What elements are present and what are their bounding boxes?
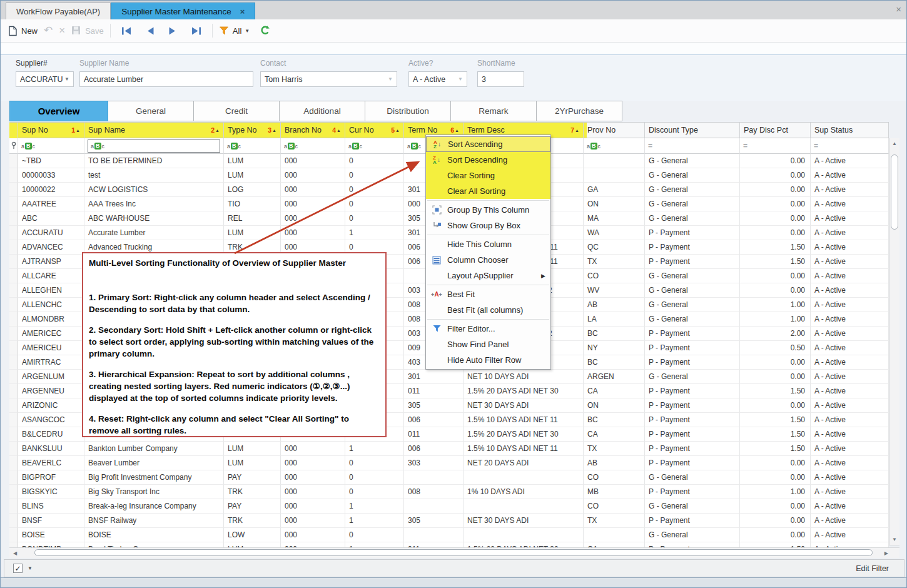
grid-cell[interactable]: 1.5% 10 DAYS ADI NET 11 bbox=[464, 413, 584, 427]
grid-cell[interactable]: CO bbox=[584, 269, 645, 283]
grid-cell[interactable]: 0.00 bbox=[740, 528, 811, 542]
grid-cell[interactable]: AMIRTRAC bbox=[18, 355, 84, 370]
grid-cell[interactable]: AAA Trees Inc bbox=[84, 197, 224, 211]
grid-cell[interactable]: BC bbox=[584, 413, 645, 427]
grid-cell[interactable]: 0 bbox=[345, 470, 404, 485]
grid-cell[interactable]: G - General bbox=[645, 499, 740, 514]
menu-item-hide-auto-filter-row[interactable]: Hide Auto Filter Row bbox=[426, 352, 550, 368]
grid-cell[interactable]: G - General bbox=[645, 370, 740, 384]
grid-cell[interactable]: 000 bbox=[281, 211, 345, 226]
grid-cell[interactable]: BNSF bbox=[18, 514, 84, 528]
menu-item-clear-all-sorting[interactable]: Clear All Sorting bbox=[426, 183, 550, 199]
horizontal-scroll-thumb[interactable] bbox=[34, 549, 873, 556]
grid-cell[interactable]: B&LCEDRU bbox=[18, 427, 84, 442]
grid-cell[interactable]: CA bbox=[584, 384, 645, 398]
grid-cell[interactable]: LUM bbox=[224, 542, 281, 547]
grid-cell[interactable]: 0 bbox=[345, 197, 404, 211]
grid-cell[interactable]: BOISE bbox=[18, 528, 84, 542]
grid-cell[interactable]: P - Payment bbox=[645, 413, 740, 427]
grid-cell[interactable]: BIGSKYIC bbox=[18, 485, 84, 499]
grid-cell[interactable]: 1 bbox=[345, 542, 404, 547]
grid-cell[interactable]: 1.50 bbox=[740, 255, 811, 269]
grid-cell[interactable]: P - Payment bbox=[645, 327, 740, 341]
scroll-right-icon[interactable]: ▶ bbox=[884, 550, 888, 556]
grid-cell[interactable]: 1.50 bbox=[740, 384, 811, 398]
grid-cell[interactable]: CO bbox=[584, 470, 645, 485]
next-record-button[interactable] bbox=[165, 27, 181, 35]
grid-cell[interactable]: 008 bbox=[404, 485, 464, 499]
grid-cell[interactable]: 0.00 bbox=[740, 183, 811, 197]
grid-cell[interactable]: G - General bbox=[645, 298, 740, 312]
grid-cell[interactable]: ACCURATU bbox=[18, 226, 84, 240]
grid-cell[interactable]: A - Active bbox=[811, 413, 889, 427]
edit-filter-button[interactable]: Edit Filter bbox=[856, 564, 895, 573]
grid-cell[interactable]: WA bbox=[584, 226, 645, 240]
grid-cell[interactable]: A - Active bbox=[811, 470, 889, 485]
filter-enabled-checkbox[interactable]: ✓ bbox=[13, 564, 23, 573]
grid-cell[interactable]: 2.00 bbox=[740, 327, 811, 341]
column-header-type-no[interactable]: Type No3▲ bbox=[224, 123, 281, 138]
grid-cell[interactable]: A - Active bbox=[811, 341, 889, 355]
grid-cell[interactable]: 0.00 bbox=[740, 456, 811, 470]
menu-item-filter-editor[interactable]: Filter Editor... bbox=[426, 321, 550, 337]
grid-cell[interactable]: 0.00 bbox=[740, 226, 811, 240]
column-header-sup-status[interactable]: Sup Status bbox=[811, 123, 889, 138]
tab-additional[interactable]: Additional bbox=[280, 101, 365, 121]
filter-cell-prov-no[interactable]: aBc bbox=[584, 138, 645, 154]
grid-cell[interactable]: BANKSLUU bbox=[18, 442, 84, 456]
tab-overview[interactable]: Overview bbox=[9, 101, 108, 121]
grid-cell[interactable]: 305 bbox=[404, 514, 464, 528]
grid-cell[interactable]: A - Active bbox=[811, 456, 889, 470]
column-header-discount-type[interactable]: Discount Type bbox=[645, 123, 740, 138]
grid-cell[interactable]: AJTRANSP bbox=[18, 255, 84, 269]
filter-cell-discount-type[interactable]: = bbox=[645, 138, 740, 154]
grid-cell[interactable]: Bankton Lumber Company bbox=[84, 442, 224, 456]
grid-cell[interactable] bbox=[464, 499, 584, 514]
grid-cell[interactable]: NY bbox=[584, 341, 645, 355]
grid-cell[interactable]: ALMONDBR bbox=[18, 312, 84, 327]
grid-cell[interactable]: 0.00 bbox=[740, 499, 811, 514]
grid-cell[interactable]: Big Sky Transport Inc bbox=[84, 485, 224, 499]
column-header-sup-name[interactable]: Sup Name2▲ bbox=[84, 123, 224, 138]
grid-cell[interactable]: A - Active bbox=[811, 327, 889, 341]
grid-cell[interactable]: G - General bbox=[645, 312, 740, 327]
grid-cell[interactable]: MB bbox=[584, 485, 645, 499]
grid-cell[interactable]: MA bbox=[584, 211, 645, 226]
menu-item-layout-apsupplier[interactable]: Layout ApSupplier▶ bbox=[426, 268, 550, 283]
menu-item-hide-this-column[interactable]: Hide This Column bbox=[426, 236, 550, 252]
menu-item-column-chooser[interactable]: Column Chooser bbox=[426, 252, 550, 268]
menu-item-sort-ascending[interactable]: AZ↓Sort Ascending bbox=[426, 136, 550, 152]
grid-cell[interactable]: 0.00 bbox=[740, 197, 811, 211]
grid-cell[interactable]: G - General bbox=[645, 470, 740, 485]
filter-cell-pay-disc-pct[interactable]: = bbox=[740, 138, 811, 154]
grid-cell[interactable] bbox=[584, 168, 645, 183]
grid-cell[interactable]: A - Active bbox=[811, 485, 889, 499]
scroll-up-icon[interactable]: ▲ bbox=[889, 141, 899, 146]
grid-cell[interactable]: 0 bbox=[345, 485, 404, 499]
column-header-cur-no[interactable]: Cur No5▲ bbox=[345, 123, 404, 138]
grid-cell[interactable]: BC bbox=[584, 355, 645, 370]
column-header-pay-disc-pct[interactable]: Pay Disc Pct bbox=[740, 123, 811, 138]
grid-cell[interactable]: BLINS bbox=[18, 499, 84, 514]
grid-cell[interactable]: A - Active bbox=[811, 269, 889, 283]
grid-cell[interactable]: 0 bbox=[345, 183, 404, 197]
menu-item-sort-descending[interactable]: ZA↓Sort Descending bbox=[426, 152, 550, 168]
grid-cell[interactable] bbox=[584, 154, 645, 168]
grid-cell[interactable]: 000 bbox=[281, 442, 345, 456]
grid-cell[interactable]: G - General bbox=[645, 211, 740, 226]
grid-cell[interactable]: A - Active bbox=[811, 312, 889, 327]
window-close-icon[interactable]: × bbox=[896, 4, 901, 14]
grid-cell[interactable]: A - Active bbox=[811, 355, 889, 370]
grid-cell[interactable]: LUM bbox=[224, 226, 281, 240]
grid-cell[interactable]: 006 bbox=[404, 413, 464, 427]
contact-combo[interactable]: Tom Harris ▼ bbox=[260, 71, 397, 87]
grid-cell[interactable]: A - Active bbox=[811, 442, 889, 456]
last-record-button[interactable] bbox=[187, 27, 206, 35]
grid-cell[interactable]: 0 bbox=[345, 168, 404, 183]
grid-cell[interactable]: 000 bbox=[281, 499, 345, 514]
grid-cell[interactable]: ALLENCHC bbox=[18, 298, 84, 312]
undo-icon[interactable]: ↶ bbox=[44, 26, 53, 36]
grid-cell[interactable]: 011 bbox=[404, 542, 464, 547]
supplier-no-combo[interactable]: ACCURATU ▼ bbox=[16, 71, 74, 87]
grid-cell[interactable]: AMERICEU bbox=[18, 341, 84, 355]
